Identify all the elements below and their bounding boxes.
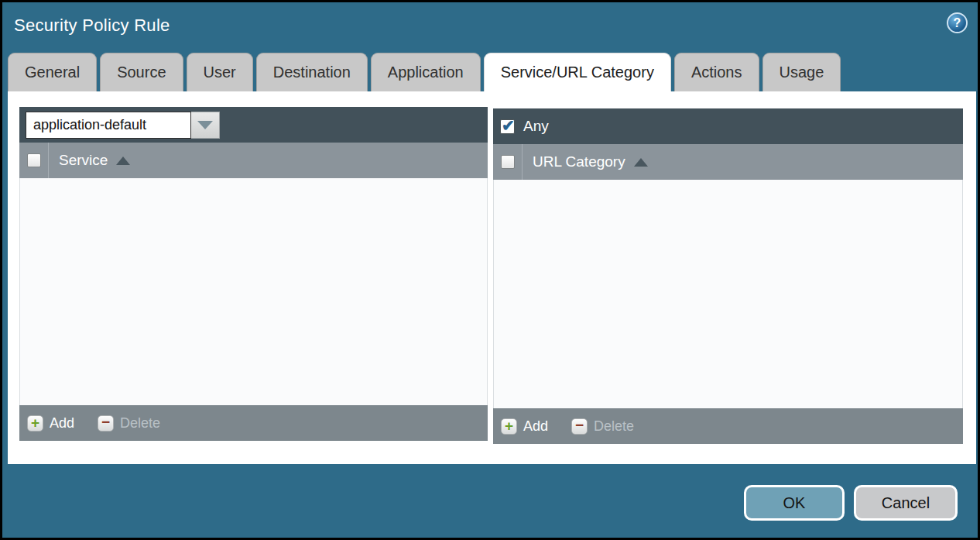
- sort-ascending-icon[interactable]: [116, 156, 130, 165]
- service-type-value[interactable]: application-default: [26, 112, 191, 139]
- tab-content-area: application-default Service + Add: [8, 91, 976, 464]
- dialog-title: Security Policy Rule: [14, 15, 170, 36]
- service-type-dropdown-button[interactable]: [191, 112, 220, 139]
- service-table-header: Service: [19, 143, 488, 178]
- url-category-table-header: URL Category: [493, 144, 963, 180]
- tab-destination[interactable]: Destination: [256, 53, 368, 91]
- tab-usage[interactable]: Usage: [762, 53, 841, 91]
- cancel-button[interactable]: Cancel: [854, 485, 958, 521]
- url-category-add-button[interactable]: + Add: [501, 418, 548, 435]
- service-column-header[interactable]: Service: [59, 152, 108, 169]
- url-category-panel: Any URL Category + Add − Delete: [493, 108, 963, 444]
- url-category-select-all-checkbox[interactable]: [501, 155, 515, 169]
- service-table-body[interactable]: [19, 178, 488, 405]
- delete-minus-icon: −: [98, 415, 114, 432]
- service-delete-button[interactable]: − Delete: [98, 415, 160, 432]
- delete-button-label: Delete: [120, 415, 160, 432]
- tab-bar: General Source User Destination Applicat…: [8, 53, 841, 91]
- service-panel: application-default Service + Add: [19, 107, 488, 441]
- sort-ascending-icon[interactable]: [634, 158, 648, 167]
- add-plus-icon: +: [501, 418, 517, 435]
- service-select-all-cell: [19, 143, 49, 178]
- tab-source[interactable]: Source: [100, 53, 183, 91]
- service-footer-bar: + Add − Delete: [19, 405, 488, 441]
- url-category-table-body[interactable]: [493, 180, 963, 408]
- url-category-select-all-cell: [493, 144, 523, 180]
- service-toolbar: application-default: [19, 107, 488, 143]
- url-category-column-header[interactable]: URL Category: [533, 153, 625, 170]
- any-checkbox-label: Any: [523, 118, 549, 135]
- tab-service-url-category[interactable]: Service/URL Category: [484, 53, 671, 91]
- tab-general[interactable]: General: [8, 53, 97, 91]
- any-checkbox[interactable]: [500, 119, 515, 134]
- delete-minus-icon: −: [571, 418, 588, 435]
- service-select-all-checkbox[interactable]: [27, 153, 41, 167]
- add-button-label: Add: [50, 415, 74, 432]
- service-add-button[interactable]: + Add: [27, 415, 74, 432]
- security-policy-rule-dialog: Security Policy Rule ? General Source Us…: [0, 0, 980, 540]
- add-plus-icon: +: [27, 415, 43, 432]
- service-type-dropdown[interactable]: application-default: [26, 112, 220, 139]
- chevron-down-icon: [197, 121, 213, 129]
- add-button-label: Add: [523, 418, 548, 435]
- tab-actions[interactable]: Actions: [674, 53, 759, 91]
- ok-button[interactable]: OK: [744, 485, 845, 521]
- help-icon[interactable]: ?: [947, 12, 968, 33]
- url-category-footer-bar: + Add − Delete: [493, 408, 963, 444]
- delete-button-label: Delete: [594, 418, 634, 435]
- tab-application[interactable]: Application: [371, 53, 481, 91]
- url-category-delete-button[interactable]: − Delete: [571, 418, 634, 435]
- url-category-toolbar: Any: [493, 108, 963, 144]
- tab-user[interactable]: User: [187, 53, 253, 91]
